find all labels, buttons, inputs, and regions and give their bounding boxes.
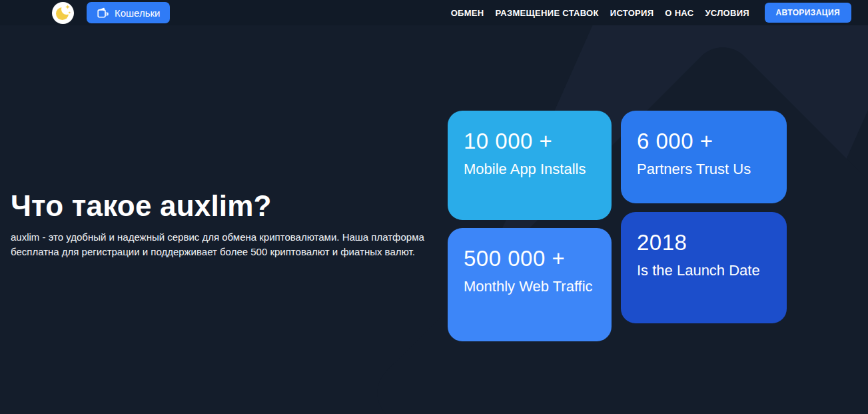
nav-item-exchange[interactable]: ОБМЕН [451, 8, 484, 18]
wallets-button-label: Кошельки [115, 7, 160, 19]
stat-label: Monthly Web Traffic [464, 275, 596, 298]
nav-item-history[interactable]: ИСТОРИЯ [610, 8, 654, 18]
stat-label: Is the Launch Date [637, 259, 771, 282]
top-navigation-bar: ✦ ✦ Кошельки ОБМЕН РАЗМЕЩЕНИЕ СТАВОК ИСТ… [0, 0, 868, 25]
stat-value: 6 000 + [637, 128, 771, 155]
hero-description: auxlim - это удобный и надежный сервис д… [11, 230, 432, 259]
stat-card-mobile-installs: 10 000 + Mobile App Installs [448, 111, 612, 220]
background-diamond-shape [365, 35, 868, 414]
nav-item-staking[interactable]: РАЗМЕЩЕНИЕ СТАВОК [495, 8, 598, 18]
moon-icon: ✦ ✦ [52, 2, 74, 24]
main-nav: ОБМЕН РАЗМЕЩЕНИЕ СТАВОК ИСТОРИЯ О НАС УС… [451, 0, 749, 25]
wallet-icon [97, 7, 109, 19]
star-icon: ✦ [68, 11, 71, 15]
stat-card-web-traffic: 500 000 + Monthly Web Traffic [448, 228, 612, 341]
page: ✦ ✦ Кошельки ОБМЕН РАЗМЕЩЕНИЕ СТАВОК ИСТ… [0, 0, 868, 414]
auth-button[interactable]: АВТОРИЗАЦИЯ [765, 3, 851, 23]
stat-value: 2018 [637, 229, 771, 256]
stat-card-launch-date: 2018 Is the Launch Date [621, 212, 787, 323]
background-diagonal-band [779, 0, 868, 414]
nav-item-about[interactable]: О НАС [665, 8, 693, 18]
stat-value: 500 000 + [464, 245, 596, 272]
theme-toggle-button[interactable]: ✦ ✦ [52, 2, 74, 24]
nav-item-terms[interactable]: УСЛОВИЯ [705, 8, 749, 18]
stat-label: Partners Trust Us [637, 158, 771, 181]
stat-label: Mobile App Installs [464, 158, 596, 181]
stat-card-partners: 6 000 + Partners Trust Us [621, 111, 787, 203]
wallets-button[interactable]: Кошельки [87, 2, 170, 23]
stat-value: 10 000 + [464, 128, 596, 155]
page-title: Что такое auxlim? [11, 189, 272, 223]
star-icon: ✦ [65, 4, 71, 11]
